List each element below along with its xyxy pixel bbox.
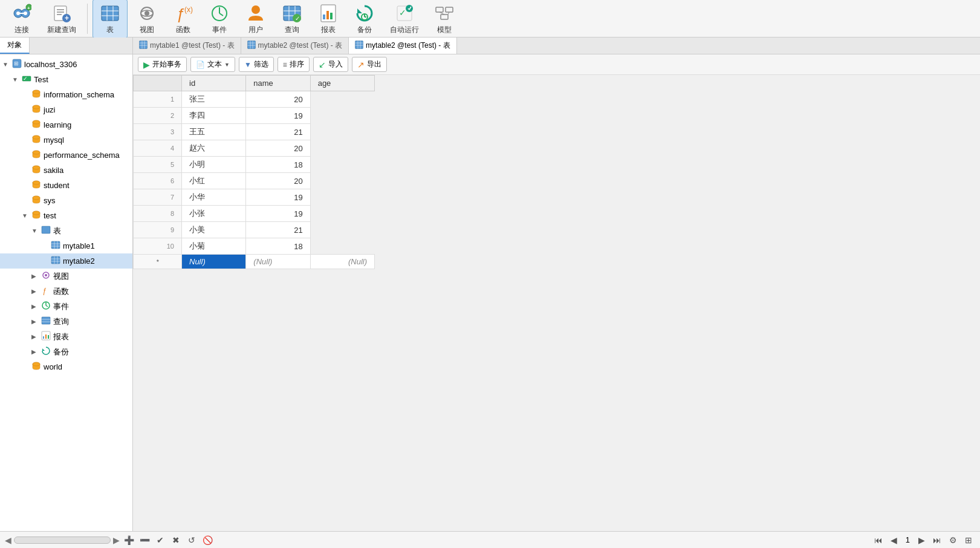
cell-null-id[interactable]: Null) [182, 255, 246, 269]
table-row[interactable]: 5小明18 [134, 157, 375, 173]
cell-age-5[interactable]: 18 [246, 157, 310, 173]
btn-import[interactable]: ↙ 导入 [313, 57, 348, 72]
cell-name-5[interactable]: 小明 [182, 157, 246, 173]
tree-item-函数[interactable]: ▶ƒ函数 [0, 284, 132, 299]
btn-first-page[interactable]: ⏮ [872, 533, 885, 547]
cell-name-7[interactable]: 小华 [182, 189, 246, 206]
table-row[interactable]: 9小美21 [134, 222, 375, 238]
table-row[interactable]: 10小菊18 [134, 238, 375, 255]
cell-age-9[interactable]: 21 [246, 222, 310, 238]
content-tab-0[interactable]: mytable1 @test (Test) - 表 [133, 38, 241, 54]
tree-item-Test[interactable]: ▼✓Test [0, 72, 132, 87]
cell-age-3[interactable]: 21 [246, 124, 310, 140]
tree-item-mytable1[interactable]: mytable1 [0, 238, 132, 253]
right-arrow-nav[interactable]: ▶ [113, 535, 120, 545]
tree-label-表: 表 [53, 226, 61, 236]
cell-null-name[interactable]: (Null) [246, 255, 310, 269]
cell-name-10[interactable]: 小菊 [182, 238, 246, 255]
table-row[interactable]: 2李四19 [134, 108, 375, 124]
toolbar-view[interactable]: 视图 [130, 0, 164, 38]
tree-item-查询[interactable]: ▶查询 [0, 314, 132, 329]
table-row[interactable]: 1张三20 [134, 91, 375, 108]
cell-name-2[interactable]: 李四 [182, 108, 246, 124]
col-header-name[interactable]: name [246, 76, 310, 91]
tree-item-mytable2[interactable]: mytable2 [0, 253, 132, 269]
tree-item-备份[interactable]: ▶备份 [0, 344, 132, 359]
tree-item-mysql[interactable]: mysql [0, 132, 132, 148]
cell-age-4[interactable]: 20 [246, 140, 310, 157]
btn-prev-page[interactable]: ◀ [888, 533, 901, 547]
cell-age-8[interactable]: 19 [246, 206, 310, 222]
toolbar-event[interactable]: 事件 [203, 0, 236, 38]
btn-text[interactable]: 📄 文本 ▼ [190, 57, 235, 72]
btn-begin-transaction[interactable]: ▶ 开始事务 [138, 57, 187, 72]
tree-item-sys[interactable]: sys [0, 193, 132, 208]
btn-stop[interactable]: 🚫 [201, 533, 214, 547]
horizontal-scrollbar[interactable] [14, 537, 111, 544]
tree-item-sakila[interactable]: sakila [0, 163, 132, 178]
tree-item-juzi[interactable]: juzi [0, 102, 132, 117]
col-header-id[interactable]: id [182, 76, 246, 91]
toolbar-report[interactable]: 报表 [311, 0, 345, 38]
btn-delete-row[interactable]: ➖ [138, 533, 151, 547]
btn-cancel-edit[interactable]: ✖ [169, 533, 183, 547]
tree-item-test[interactable]: ▼test [0, 208, 132, 223]
btn-settings[interactable]: ⚙ [946, 533, 959, 547]
table-row[interactable]: 4赵六20 [134, 140, 375, 157]
toolbar-table[interactable]: 表 [92, 0, 128, 38]
cell-name-9[interactable]: 小美 [182, 222, 246, 238]
cell-null-age[interactable]: (Null) [310, 255, 374, 269]
btn-filter[interactable]: ▼ 筛选 [239, 57, 274, 72]
cell-name-3[interactable]: 王五 [182, 124, 246, 140]
sidebar-tab-objects[interactable]: 对象 [0, 38, 30, 54]
tree-item-learning[interactable]: learning [0, 117, 132, 132]
begin-transaction-icon: ▶ [143, 60, 150, 70]
toolbar-user[interactable]: 用户 [239, 0, 273, 38]
tree-item-student[interactable]: student [0, 178, 132, 193]
tree-item-performance_schema[interactable]: performance_schema [0, 148, 132, 163]
btn-refresh[interactable]: ↺ [185, 533, 198, 547]
cell-age-6[interactable]: 20 [246, 173, 310, 189]
left-arrow-nav[interactable]: ◀ [5, 535, 11, 545]
table-row[interactable]: 6小红20 [134, 173, 375, 189]
cell-name-8[interactable]: 小张 [182, 206, 246, 222]
btn-next-page[interactable]: ▶ [915, 533, 928, 547]
toolbar-function[interactable]: ƒ (x) 函数 [166, 0, 200, 38]
content-tab-2[interactable]: mytable2 @test (Test) - 表 [349, 38, 457, 54]
btn-confirm[interactable]: ✔ [154, 533, 167, 547]
tree-item-视图[interactable]: ▶视图 [0, 269, 132, 284]
btn-export[interactable]: ↗ 导出 [352, 57, 387, 72]
cell-age-7[interactable]: 19 [246, 189, 310, 206]
function-icon: ƒ (x) [172, 2, 194, 24]
toolbar-autorun[interactable]: ✓ 自动运行 [384, 0, 425, 38]
tree-item-事件[interactable]: ▶事件 [0, 299, 132, 314]
tree-item-information_schema[interactable]: information_schema [0, 87, 132, 102]
btn-add-row[interactable]: ➕ [122, 533, 135, 547]
cell-name-6[interactable]: 小红 [182, 173, 246, 189]
tree-item-表[interactable]: ▼表 [0, 223, 132, 238]
table-row[interactable]: 8小张19 [134, 206, 375, 222]
toolbar-newquery[interactable]: + 新建查询 [41, 0, 82, 38]
table-row-null[interactable]: *Null)(Null)(Null) [134, 255, 375, 269]
cell-age-10[interactable]: 18 [246, 238, 310, 255]
tree-label-performance_schema: performance_schema [44, 151, 120, 160]
btn-grid[interactable]: ⊞ [962, 533, 975, 547]
tree-item-报表[interactable]: ▶报表 [0, 329, 132, 344]
col-header-age[interactable]: age [310, 76, 374, 91]
toolbar-connect[interactable]: + 连接 [5, 0, 39, 38]
cell-age-1[interactable]: 20 [246, 91, 310, 108]
table-row[interactable]: 7小华19 [134, 189, 375, 206]
content-tab-1[interactable]: mytable2 @test (Test) - 表 [241, 38, 349, 54]
btn-last-page[interactable]: ⏭ [930, 533, 944, 547]
toolbar-model[interactable]: 模型 [427, 0, 461, 38]
cell-name-1[interactable]: 张三 [182, 91, 246, 108]
tree-item-localhost_3306[interactable]: ▼⊞localhost_3306 [0, 57, 132, 72]
toolbar-query[interactable]: ✓ 查询 [275, 0, 309, 38]
cell-age-2[interactable]: 19 [246, 108, 310, 124]
table-row[interactable]: 3王五21 [134, 124, 375, 140]
toolbar-backup[interactable]: 备份 [348, 0, 381, 38]
btn-sort[interactable]: ≡ 排序 [277, 57, 310, 72]
tree-item-world[interactable]: world [0, 359, 132, 374]
newquery-label: 新建查询 [47, 25, 76, 35]
cell-name-4[interactable]: 赵六 [182, 140, 246, 157]
